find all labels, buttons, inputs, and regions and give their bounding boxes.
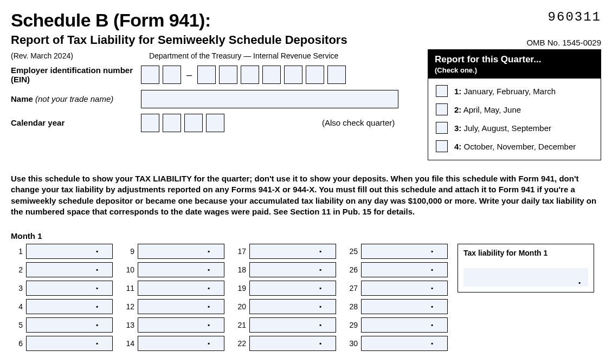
day-number: 20 (234, 302, 246, 311)
ein-box-4[interactable] (219, 66, 237, 84)
day-input-6[interactable] (26, 336, 113, 351)
quarter-text-1: January, February, March (464, 87, 556, 96)
day-input-14[interactable] (138, 336, 224, 351)
day-cell-25: 25 (346, 244, 448, 259)
day-number: 21 (234, 321, 246, 329)
day-cell-28: 28 (346, 299, 448, 314)
quarter-heading: Report for this Quarter... (435, 54, 594, 65)
quarter-checkbox-3[interactable] (436, 122, 448, 134)
day-input-26[interactable] (361, 262, 448, 277)
day-input-17[interactable] (249, 244, 336, 259)
form-subtitle: Report of Tax Liability for Semiweekly S… (11, 33, 347, 47)
ein-box-7[interactable] (284, 66, 302, 84)
day-cell-30: 30 (346, 336, 448, 351)
day-number: 30 (346, 339, 358, 348)
ein-dash: – (184, 69, 194, 81)
day-number: 4 (11, 302, 23, 311)
day-input-5[interactable] (26, 317, 113, 333)
quarter-num-3: 3: (454, 123, 461, 133)
day-cell-13: 13 (123, 317, 224, 333)
day-cell-9: 9 (123, 244, 224, 259)
ein-box-9[interactable] (327, 66, 346, 84)
year-box-2[interactable] (163, 114, 181, 132)
day-input-19[interactable] (249, 281, 336, 296)
day-number: 6 (11, 339, 23, 348)
day-input-1[interactable] (26, 244, 113, 259)
year-label: Calendar year (11, 118, 141, 127)
quarter-checkbox-1[interactable] (436, 85, 448, 97)
omb-number: OMB No. 1545-0029 (526, 38, 601, 47)
ein-box-6[interactable] (262, 66, 281, 84)
day-input-30[interactable] (361, 336, 448, 351)
day-input-4[interactable] (26, 299, 113, 314)
day-number: 17 (234, 247, 246, 256)
ein-box-1[interactable] (141, 66, 159, 84)
year-box-1[interactable] (141, 114, 159, 132)
day-cell-27: 27 (346, 281, 448, 296)
ein-box-3[interactable] (197, 66, 216, 84)
day-cell-2: 2 (11, 262, 113, 277)
day-number: 22 (234, 339, 246, 348)
day-cell-21: 21 (234, 317, 336, 333)
day-input-22[interactable] (249, 336, 336, 351)
quarter-num-4: 4: (454, 142, 461, 151)
day-number: 10 (123, 265, 134, 274)
year-box-4[interactable] (206, 114, 224, 132)
quarter-selection-box: Report for this Quarter... (Check one.) … (428, 49, 601, 160)
day-input-25[interactable] (361, 244, 448, 259)
quarter-text-2: April, May, June (463, 105, 521, 114)
day-cell-26: 26 (346, 262, 448, 277)
day-cell-18: 18 (234, 262, 336, 277)
day-cell-20: 20 (234, 299, 336, 314)
day-input-13[interactable] (138, 317, 224, 333)
day-number: 19 (234, 284, 246, 292)
day-input-21[interactable] (249, 317, 336, 333)
ein-box-8[interactable] (306, 66, 324, 84)
day-input-11[interactable] (138, 281, 224, 296)
month1-total-input[interactable] (463, 268, 588, 287)
day-number: 14 (123, 339, 134, 348)
day-number: 18 (234, 265, 246, 274)
month1-total-label: Tax liability for Month 1 (463, 249, 588, 257)
ein-label-sub: (EIN) (11, 75, 141, 84)
quarter-checkbox-4[interactable] (436, 140, 448, 152)
day-input-20[interactable] (249, 299, 336, 314)
day-number: 25 (346, 247, 358, 256)
also-check-quarter: (Also check quarter) (322, 118, 395, 127)
name-input[interactable] (141, 90, 398, 108)
day-input-2[interactable] (26, 262, 113, 277)
ein-box-2[interactable] (163, 66, 181, 84)
day-input-12[interactable] (138, 299, 224, 314)
day-number: 3 (11, 284, 23, 292)
day-number: 28 (346, 302, 358, 311)
ein-box-5[interactable] (241, 66, 259, 84)
day-cell-10: 10 (123, 262, 224, 277)
month1-total-box: Tax liability for Month 1 (458, 244, 594, 292)
name-note: (not your trade name) (35, 94, 113, 103)
day-number: 5 (11, 321, 23, 329)
day-cell-14: 14 (123, 336, 224, 351)
revision-date: (Rev. March 2024) (11, 51, 73, 60)
day-input-18[interactable] (249, 262, 336, 277)
day-input-28[interactable] (361, 299, 448, 314)
day-number: 29 (346, 321, 358, 329)
day-input-29[interactable] (361, 317, 448, 333)
day-cell-29: 29 (346, 317, 448, 333)
day-cell-1: 1 (11, 244, 113, 259)
name-label: Name (11, 94, 33, 103)
day-number: 12 (123, 302, 134, 311)
day-cell-19: 19 (234, 281, 336, 296)
day-input-9[interactable] (138, 244, 224, 259)
day-number: 2 (11, 265, 23, 274)
form-code: 960311 (548, 10, 601, 24)
day-input-27[interactable] (361, 281, 448, 296)
quarter-text-3: July, August, September (464, 123, 551, 133)
quarter-checkbox-2[interactable] (436, 103, 448, 115)
day-cell-17: 17 (234, 244, 336, 259)
year-box-3[interactable] (184, 114, 203, 132)
day-number: 27 (346, 284, 358, 292)
quarter-num-1: 1: (454, 87, 461, 96)
day-input-3[interactable] (26, 281, 113, 296)
day-input-10[interactable] (138, 262, 224, 277)
day-cell-3: 3 (11, 281, 113, 296)
